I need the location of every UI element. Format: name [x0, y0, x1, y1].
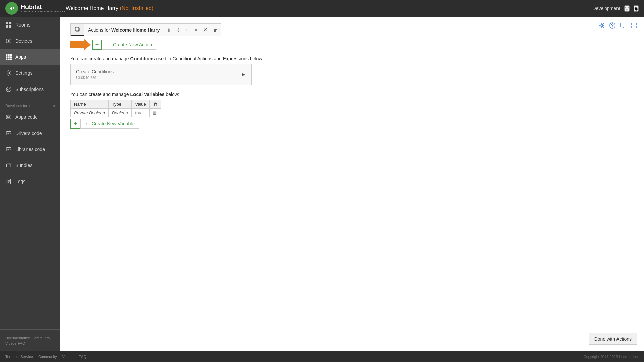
col-value-header: Value — [131, 100, 149, 109]
rooms-icon — [5, 21, 12, 28]
create-new-variable-link[interactable]: ← Create New Variable — [80, 119, 139, 129]
apps-label: Apps — [15, 54, 26, 60]
delete-action-btn[interactable]: 🗑 — [211, 25, 221, 35]
svg-rect-14 — [6, 59, 8, 60]
environment-label: Development — [593, 6, 621, 11]
conditions-section-text: You can create and manage Conditions use… — [70, 56, 634, 61]
subscriptions-label: Subscriptions — [15, 87, 44, 92]
sidebar-item-logs[interactable]: Logs — [0, 173, 60, 190]
conditions-suffix: used in Conditional Actions and Expressi… — [156, 56, 264, 61]
faq-footer-link[interactable]: FAQ — [79, 355, 86, 359]
community-link[interactable]: Community — [32, 336, 50, 340]
sidebar-item-apps[interactable]: Apps — [0, 49, 60, 65]
drivers-code-icon — [5, 130, 12, 137]
add-action-btn[interactable]: + — [183, 25, 191, 35]
footer-links: Terms of Service Community Videos FAQ — [5, 355, 86, 359]
add-new-variable-button[interactable]: + — [70, 119, 80, 129]
gear-settings-icon[interactable] — [598, 22, 605, 31]
done-with-actions-button[interactable]: Done with Actions — [589, 333, 637, 345]
brand-name: Hubitat — [21, 4, 65, 10]
sidebar-footer-links: Documentation Community Videos FAQ — [0, 333, 60, 348]
variables-bold: Local Variables — [130, 92, 165, 97]
monitor-icon[interactable] — [620, 22, 627, 31]
actions-block: Actions for Welcome Home Harry ⇧ ⇩ + ✕ 🗑 — [70, 23, 221, 36]
svg-point-26 — [612, 27, 613, 28]
conditions-box[interactable]: Create Conditions Click to set ► — [70, 64, 252, 85]
svg-rect-2 — [9, 22, 11, 24]
create-new-action-link[interactable]: ← Create New Action — [102, 40, 156, 50]
sidebar-item-rooms[interactable]: Rooms — [0, 17, 60, 33]
bottom-bar: Terms of Service Community Videos FAQ Co… — [0, 351, 644, 362]
user-icon[interactable]: ◉ — [634, 5, 639, 12]
actions-app-name: Welcome Home Harry — [111, 27, 160, 33]
libraries-code-icon — [5, 146, 12, 153]
sidebar-item-devices[interactable]: Devices — [0, 33, 60, 49]
move-down-button[interactable]: ⇩ — [174, 25, 183, 35]
move-up-button[interactable]: ⇧ — [164, 25, 174, 35]
faq-link[interactable]: FAQ — [18, 341, 25, 345]
logo-svg — [8, 5, 15, 12]
notifications-icon[interactable]: ♡ — [624, 5, 630, 12]
clear-action-btn[interactable]: ✕ — [191, 25, 201, 35]
apps-icon — [5, 54, 12, 60]
docs-link[interactable]: Documentation — [5, 336, 30, 340]
sidebar-item-apps-code[interactable]: Apps code — [0, 109, 60, 125]
var-delete-button[interactable]: 🗑 — [149, 109, 161, 117]
copy-button[interactable] — [71, 24, 84, 36]
variables-section-text: You can create and manage Local Variable… — [70, 92, 634, 97]
variables-header-row: Name Type Value 🗑 — [71, 100, 161, 109]
add-new-action-button[interactable]: + — [92, 40, 102, 50]
sidebar-item-settings[interactable]: Settings — [0, 65, 60, 81]
svg-rect-13 — [10, 56, 12, 58]
tagline: ELEVATE YOUR ENVIRONMENT — [21, 10, 65, 13]
svg-rect-15 — [8, 59, 10, 60]
sidebar-item-subscriptions[interactable]: Subscriptions — [0, 81, 60, 97]
svg-rect-22 — [7, 164, 11, 167]
sidebar: Rooms Devices — [0, 17, 60, 351]
terms-link[interactable]: Terms of Service — [5, 355, 33, 359]
top-header: Hubitat ELEVATE YOUR ENVIRONMENT Welcome… — [0, 0, 644, 17]
svg-rect-10 — [10, 54, 12, 56]
svg-point-17 — [8, 72, 9, 74]
developer-section-text: Developer tools — [5, 104, 31, 108]
content-area: Actions for Welcome Home Harry ⇧ ⇩ + ✕ 🗑 — [60, 17, 644, 351]
col-name-header: Name — [71, 100, 109, 109]
create-action-row: + ← Create New Action — [70, 39, 634, 51]
rooms-label: Rooms — [15, 22, 30, 28]
conditions-box-content: Create Conditions Click to set — [76, 69, 114, 80]
videos-link[interactable]: Videos — [5, 341, 16, 345]
bundles-label: Bundles — [15, 163, 33, 168]
devices-icon — [5, 38, 12, 44]
svg-rect-12 — [8, 56, 10, 58]
svg-point-24 — [601, 24, 603, 27]
cut-action-btn[interactable] — [201, 25, 211, 35]
sidebar-item-bundles[interactable]: Bundles — [0, 157, 60, 173]
developer-section-label: Developer tools « — [0, 100, 60, 109]
main-layout: Rooms Devices — [0, 17, 644, 351]
conditions-prefix: You can create and manage — [70, 56, 129, 61]
sidebar-item-libraries-code[interactable]: Libraries code — [0, 141, 60, 157]
bundles-icon — [5, 162, 12, 169]
help-icon[interactable] — [609, 22, 616, 31]
svg-rect-27 — [621, 23, 626, 27]
svg-point-18 — [6, 87, 11, 92]
table-row: Private Boolean Boolean true 🗑 — [71, 109, 161, 117]
conditions-subtitle: Click to set — [76, 75, 114, 80]
variables-prefix: You can create and manage — [70, 92, 129, 97]
svg-rect-9 — [8, 54, 10, 56]
variables-suffix: below: — [166, 92, 179, 97]
community-footer-link[interactable]: Community — [38, 355, 57, 359]
videos-footer-link[interactable]: Videos — [62, 355, 73, 359]
header-icons: Development ♡ ◉ — [593, 5, 639, 12]
apps-code-icon — [5, 114, 12, 120]
sidebar-item-drivers-code[interactable]: Drivers code — [0, 125, 60, 141]
var-type-cell: Boolean — [108, 109, 131, 117]
fullscreen-icon[interactable] — [631, 22, 637, 31]
variables-table: Name Type Value 🗑 Private Boolean Boolea… — [70, 100, 161, 117]
sidebar-divider — [0, 99, 60, 99]
collapse-developer-icon[interactable]: « — [53, 104, 55, 108]
hubitat-logo — [5, 2, 18, 15]
conditions-title: Create Conditions — [76, 69, 114, 74]
svg-rect-3 — [6, 25, 8, 28]
logo-area: Hubitat ELEVATE YOUR ENVIRONMENT — [5, 2, 66, 15]
